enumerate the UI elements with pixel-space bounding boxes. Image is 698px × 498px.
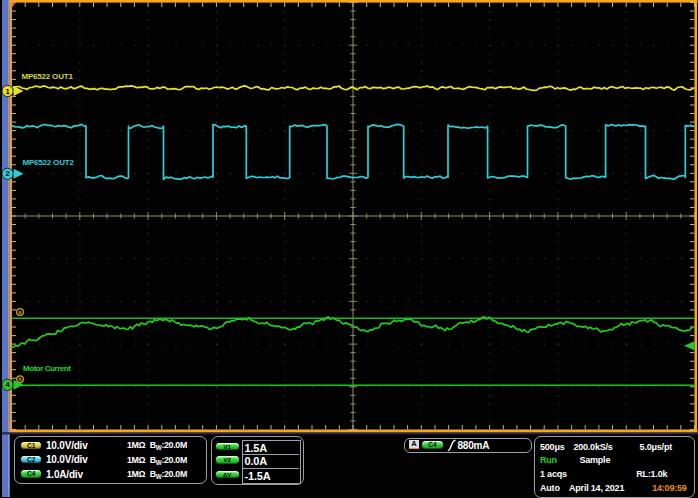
svg-text:1: 1: [6, 87, 10, 96]
svg-text:a: a: [19, 309, 22, 315]
svg-text:b: b: [18, 376, 21, 382]
svg-text:MP6522 OUT1: MP6522 OUT1: [22, 72, 74, 81]
svg-text:Motor Current: Motor Current: [23, 364, 71, 373]
svg-text:2: 2: [6, 169, 10, 178]
svg-text:MP6522 OUT2: MP6522 OUT2: [23, 158, 75, 167]
